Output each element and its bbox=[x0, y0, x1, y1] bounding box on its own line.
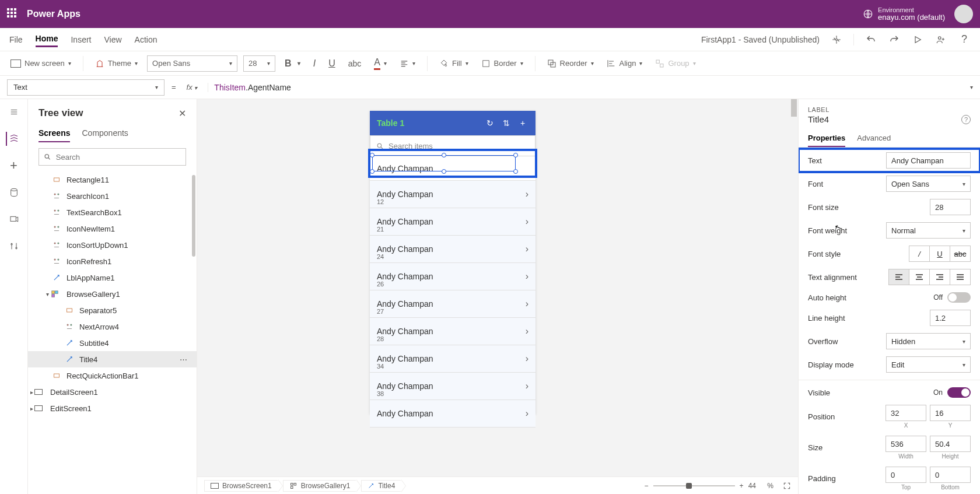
prop-display-mode-select[interactable]: Edit▾ bbox=[886, 356, 971, 373]
font-color-button[interactable]: A▾ bbox=[370, 55, 390, 72]
font-family-select[interactable]: Open Sans▾ bbox=[147, 55, 237, 72]
rail-hamburger-icon[interactable] bbox=[7, 105, 21, 119]
prop-font-select[interactable]: Open Sans▾ bbox=[886, 176, 971, 192]
tree-scrollbar[interactable] bbox=[192, 175, 195, 257]
tab-components[interactable]: Components bbox=[82, 125, 128, 142]
refresh-icon[interactable]: ↻ bbox=[484, 118, 496, 128]
visible-toggle[interactable] bbox=[947, 387, 971, 398]
ptab-advanced[interactable]: Advanced bbox=[857, 130, 891, 147]
chevron-right-icon[interactable]: › bbox=[526, 299, 528, 309]
tree-item-detailscreen1[interactable]: ▸DetailScreen1 bbox=[28, 384, 197, 400]
menu-view[interactable]: View bbox=[104, 33, 121, 47]
canvas-vscroll[interactable] bbox=[790, 99, 798, 477]
sort-icon[interactable]: ⇅ bbox=[501, 118, 512, 128]
tree-item-editscreen1[interactable]: ▸EditScreen1 bbox=[28, 400, 197, 416]
breadcrumb-gallery[interactable]: BrowseGallery1 bbox=[283, 480, 357, 492]
prop-text-input[interactable]: Andy Champan bbox=[886, 152, 971, 169]
strike-toggle[interactable]: abc bbox=[950, 246, 971, 262]
gallery-row[interactable]: Andy Champan24› bbox=[370, 236, 536, 263]
gallery-row[interactable]: Andy Champan34› bbox=[370, 345, 536, 373]
theme-button[interactable]: Theme▾ bbox=[92, 57, 141, 71]
font-size-select[interactable]: 28▾ bbox=[243, 55, 275, 72]
position-x-input[interactable]: 32 bbox=[886, 405, 926, 421]
property-select[interactable]: Text▾ bbox=[7, 79, 164, 96]
align-right[interactable] bbox=[929, 269, 950, 285]
underline-button[interactable]: U bbox=[325, 56, 339, 71]
menu-insert[interactable]: Insert bbox=[71, 33, 91, 47]
gallery-row[interactable]: Andy Champan bbox=[370, 156, 536, 181]
gallery-row[interactable]: Andy Champan21› bbox=[370, 208, 536, 236]
text-align-button[interactable]: ▾ bbox=[396, 57, 419, 70]
zoom-control[interactable]: − + 44 % bbox=[645, 482, 791, 490]
close-tree-icon[interactable]: ✕ bbox=[178, 108, 186, 119]
tab-screens[interactable]: Screens bbox=[38, 125, 70, 142]
ptab-properties[interactable]: Properties bbox=[808, 130, 845, 147]
tree-item-iconsortupdown1[interactable]: IconSortUpDown1 bbox=[28, 237, 197, 253]
prop-line-height-input[interactable]: 1.2 bbox=[930, 310, 971, 326]
tree-item-iconnewitem1[interactable]: IconNewItem1 bbox=[28, 220, 197, 237]
align-button[interactable]: Align▾ bbox=[603, 57, 646, 71]
tree-item-subtitle4[interactable]: Subtitle4 bbox=[28, 335, 197, 351]
tree-item-rectangle11[interactable]: Rectangle11 bbox=[28, 171, 197, 188]
tree-item-iconrefresh1[interactable]: IconRefresh1 bbox=[28, 253, 197, 269]
align-center[interactable] bbox=[909, 269, 930, 285]
size-w-input[interactable]: 536 bbox=[886, 436, 926, 452]
bold-button[interactable]: B▾ bbox=[281, 56, 304, 71]
play-icon[interactable] bbox=[911, 33, 924, 46]
gallery-row[interactable]: Andy Champan38› bbox=[370, 373, 536, 400]
chevron-right-icon[interactable]: › bbox=[526, 271, 528, 282]
chevron-right-icon[interactable]: › bbox=[526, 244, 528, 254]
strikethrough-button[interactable]: abc bbox=[345, 57, 365, 71]
tree-item-textsearchbox1[interactable]: TextSearchBox1 bbox=[28, 204, 197, 220]
rail-tree-icon[interactable] bbox=[6, 132, 20, 146]
add-icon[interactable]: + bbox=[517, 118, 528, 128]
reorder-button[interactable]: Reorder▾ bbox=[544, 57, 597, 71]
more-icon[interactable]: ⋯ bbox=[180, 355, 187, 364]
expand-formula-icon[interactable]: ▾ bbox=[970, 84, 973, 90]
environment-picker[interactable]: Environment enayu.com (default) bbox=[863, 6, 945, 22]
rail-data-icon[interactable] bbox=[7, 185, 21, 199]
gallery-row[interactable]: Andy Champan28› bbox=[370, 318, 536, 345]
fill-button[interactable]: Fill▾ bbox=[436, 57, 472, 71]
menu-file[interactable]: File bbox=[9, 33, 23, 47]
align-left[interactable] bbox=[888, 269, 909, 285]
tree-item-nextarrow4[interactable]: NextArrow4 bbox=[28, 318, 197, 335]
redo-icon[interactable] bbox=[888, 33, 901, 46]
tree-search-input[interactable] bbox=[38, 148, 186, 166]
gallery-row[interactable]: Andy Champan26› bbox=[370, 263, 536, 290]
new-screen-button[interactable]: New screen▾ bbox=[7, 57, 75, 70]
user-avatar[interactable] bbox=[954, 5, 973, 23]
breadcrumb-title[interactable]: Title4 bbox=[361, 480, 401, 492]
italic-toggle[interactable]: / bbox=[909, 246, 930, 262]
gallery-row[interactable]: Andy Champan12› bbox=[370, 181, 536, 208]
app-checker-icon[interactable] bbox=[830, 33, 843, 46]
tree-item-searchicon1[interactable]: SearchIcon1 bbox=[28, 188, 197, 204]
prop-font-weight-select[interactable]: Normal▾ bbox=[886, 222, 971, 239]
padding-bottom-input[interactable]: 0 bbox=[930, 467, 971, 483]
formula-input[interactable]: ThisItem.AgentName bbox=[208, 83, 963, 92]
gallery-row[interactable]: Andy Champan27› bbox=[370, 290, 536, 318]
share-icon[interactable] bbox=[935, 33, 947, 46]
undo-icon[interactable] bbox=[864, 33, 877, 46]
tree-item-title4[interactable]: Title4⋯ bbox=[28, 351, 197, 367]
chevron-right-icon[interactable]: › bbox=[526, 216, 528, 227]
border-button[interactable]: Border▾ bbox=[478, 57, 527, 70]
chevron-right-icon[interactable]: › bbox=[526, 408, 528, 419]
gallery-search[interactable]: Search items bbox=[370, 135, 536, 156]
tree-item-separator5[interactable]: Separator5 bbox=[28, 302, 197, 318]
position-y-input[interactable]: 16 bbox=[930, 405, 971, 421]
tree-item-rectquickactionbar1[interactable]: RectQuickActionBar1 bbox=[28, 367, 197, 384]
underline-toggle[interactable]: U bbox=[929, 246, 950, 262]
help-icon[interactable]: ? bbox=[961, 115, 971, 124]
rail-settings-icon[interactable] bbox=[7, 239, 21, 253]
app-launcher-icon[interactable] bbox=[7, 8, 19, 20]
prop-font-size-input[interactable]: 28 bbox=[930, 199, 971, 215]
padding-top-input[interactable]: 0 bbox=[886, 467, 926, 483]
breadcrumb-screen[interactable]: BrowseScreen1 bbox=[204, 480, 278, 492]
tree-item-lblappname1[interactable]: LblAppName1 bbox=[28, 269, 197, 286]
rail-media-icon[interactable] bbox=[7, 212, 21, 226]
align-justify[interactable] bbox=[950, 269, 971, 285]
menu-action[interactable]: Action bbox=[135, 33, 158, 47]
gallery-row[interactable]: Andy Champan› bbox=[370, 400, 536, 428]
chevron-right-icon[interactable]: › bbox=[526, 353, 528, 364]
